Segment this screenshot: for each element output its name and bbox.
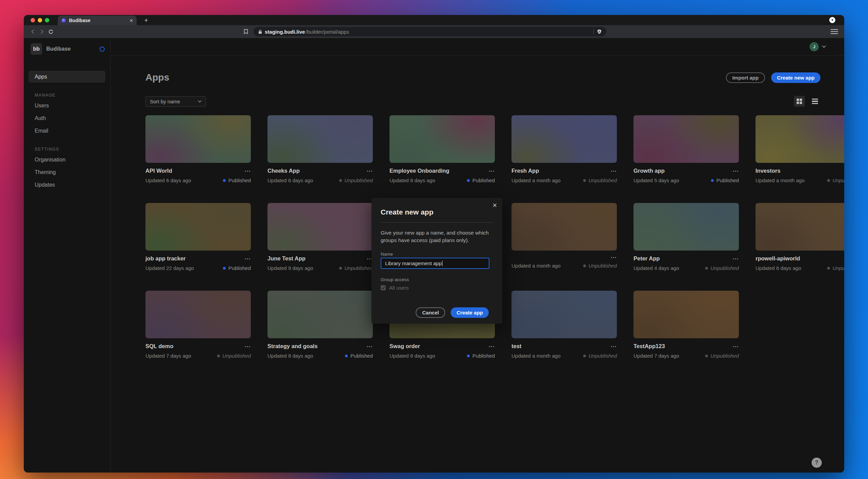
app-menu-icon[interactable]: ••• — [733, 257, 739, 261]
app-thumbnail[interactable] — [633, 203, 739, 251]
bookmark-sidebar-icon[interactable] — [241, 27, 250, 36]
app-card[interactable]: Growth app ••• Updated 5 days ago Publis… — [633, 115, 739, 183]
app-card[interactable]: June Test App ••• Updated 9 days ago Unp… — [267, 203, 373, 271]
app-card[interactable]: job app tracker ••• Updated 22 days ago … — [145, 203, 251, 271]
app-status-badge: Unpublished — [339, 265, 373, 271]
status-label: Unpublished — [223, 353, 251, 359]
status-label: Published — [472, 353, 495, 359]
app-thumbnail[interactable] — [756, 203, 844, 251]
app-card[interactable]: rpowell-apiworld ••• Updated 6 days ago … — [756, 203, 844, 271]
brave-shield-icon[interactable] — [597, 29, 602, 34]
app-menu-icon[interactable]: ••• — [245, 169, 251, 173]
app-menu-icon[interactable]: ••• — [611, 169, 617, 173]
app-thumbnail[interactable] — [756, 115, 844, 163]
user-menu[interactable]: J — [810, 42, 826, 51]
app-updated: Updated 5 days ago — [633, 177, 679, 183]
app-thumbnail[interactable] — [145, 115, 251, 163]
app-menu-icon[interactable]: ••• — [367, 169, 373, 173]
app-menu-icon[interactable]: ••• — [733, 169, 739, 173]
app-updated: Updated 6 days ago — [756, 265, 801, 271]
app-thumbnail[interactable] — [633, 115, 739, 163]
app-thumbnail[interactable] — [511, 203, 617, 251]
budibase-favicon-icon — [61, 18, 66, 23]
app-card[interactable]: ••• Updated a month ago Unpublished — [511, 203, 617, 271]
sidebar-item-updates[interactable]: Updates — [29, 179, 105, 191]
app-thumbnail[interactable] — [511, 291, 617, 338]
avatar[interactable]: J — [810, 42, 819, 51]
sidebar-item-organisation[interactable]: Organisation — [29, 154, 105, 166]
forward-button[interactable] — [37, 27, 46, 36]
import-app-button[interactable]: Import app — [726, 72, 765, 83]
sidebar-nav: Apps MANAGE Users Auth Email SETTINGS Or… — [29, 71, 105, 191]
all-users-checkbox[interactable] — [381, 285, 386, 290]
tab-search-button[interactable]: ▼ — [829, 17, 835, 23]
zoom-window-button[interactable] — [45, 18, 49, 22]
status-dot-icon — [345, 355, 348, 357]
app-menu-icon[interactable]: ••• — [489, 169, 495, 173]
grid-view-button[interactable] — [794, 96, 805, 107]
list-view-button[interactable] — [810, 96, 820, 107]
app-status-badge: Published — [467, 353, 495, 359]
app-status-badge: Unpublished — [583, 263, 617, 269]
app-menu-icon[interactable]: ••• — [367, 344, 373, 348]
app-thumbnail[interactable] — [389, 115, 495, 163]
app-thumbnail[interactable] — [145, 203, 251, 251]
cancel-button[interactable]: Cancel — [416, 307, 445, 318]
list-view-icon — [812, 99, 818, 104]
status-label: Published — [228, 265, 251, 271]
modal-divider — [381, 222, 493, 223]
app-thumbnail[interactable] — [633, 291, 739, 338]
status-dot-icon — [583, 264, 586, 267]
app-card[interactable]: test ••• Updated a month ago Unpublished — [511, 291, 617, 359]
close-window-button[interactable] — [31, 18, 35, 22]
app-card[interactable]: Peter App ••• Updated 4 days ago Unpubli… — [633, 203, 739, 271]
app-thumbnail[interactable] — [267, 203, 373, 251]
app-name: job app tracker — [145, 255, 186, 262]
minimize-window-button[interactable] — [38, 18, 42, 22]
new-tab-button[interactable]: + — [142, 16, 150, 24]
logo-row: bb Budibase — [31, 43, 105, 55]
app-menu-icon[interactable]: ••• — [245, 344, 251, 348]
sort-selected-value: Sort by name — [150, 99, 195, 104]
status-dot-icon — [339, 179, 342, 182]
reload-button[interactable] — [46, 27, 55, 36]
app-thumbnail[interactable] — [267, 115, 373, 163]
budibase-logo-icon[interactable]: bb — [31, 43, 42, 55]
browser-menu-icon[interactable] — [831, 28, 838, 35]
sidebar-item-auth[interactable]: Auth — [29, 112, 105, 124]
app-menu-icon[interactable]: ••• — [245, 257, 251, 261]
sort-select[interactable]: Sort by name — [145, 96, 206, 107]
address-bar[interactable]: staging.budi.live/builder/portal/apps — [254, 27, 606, 36]
back-button[interactable] — [29, 27, 37, 36]
help-button[interactable]: ? — [812, 458, 822, 468]
create-new-app-button[interactable]: Create new app — [771, 72, 820, 83]
modal-close-icon[interactable]: ✕ — [492, 202, 497, 209]
browser-tab[interactable]: Budibase ✕ — [58, 16, 137, 25]
app-card[interactable]: API World ••• Updated 6 days ago Publish… — [145, 115, 251, 183]
app-name-input[interactable]: Library management app — [381, 258, 489, 269]
sidebar-item-apps[interactable]: Apps — [29, 71, 105, 83]
app-card[interactable]: SQL demo ••• Updated 7 days ago Unpublis… — [145, 291, 251, 359]
status-ring-icon[interactable] — [100, 47, 105, 52]
sidebar-item-email[interactable]: Email — [29, 125, 105, 137]
app-card[interactable]: Fresh App ••• Updated a month ago Unpubl… — [511, 115, 617, 183]
sidebar-item-theming[interactable]: Theming — [29, 166, 105, 178]
app-status-badge: Published — [223, 265, 251, 271]
app-menu-icon[interactable]: ••• — [611, 255, 617, 259]
app-card[interactable]: Strategy and goals ••• Updated 8 days ag… — [267, 291, 373, 359]
brand-name: Budibase — [46, 46, 96, 52]
sidebar-item-users[interactable]: Users — [29, 100, 105, 112]
app-card[interactable]: Employee Onboarding ••• Updated 8 days a… — [389, 115, 495, 183]
app-thumbnail[interactable] — [511, 115, 617, 163]
tab-close-icon[interactable]: ✕ — [129, 18, 133, 23]
status-dot-icon — [339, 267, 342, 270]
app-thumbnail[interactable] — [267, 291, 373, 338]
app-menu-icon[interactable]: ••• — [489, 344, 495, 348]
app-thumbnail[interactable] — [145, 291, 251, 338]
create-app-button[interactable]: Create app — [451, 307, 489, 318]
app-card[interactable]: Investors ••• Updated a month ago Unpubl… — [756, 115, 844, 183]
app-card[interactable]: Cheeks App ••• Updated 6 days ago Unpubl… — [267, 115, 373, 183]
app-menu-icon[interactable]: ••• — [733, 344, 739, 348]
app-menu-icon[interactable]: ••• — [611, 344, 617, 348]
app-card[interactable]: TestApp123 ••• Updated 7 days ago Unpubl… — [633, 291, 739, 359]
